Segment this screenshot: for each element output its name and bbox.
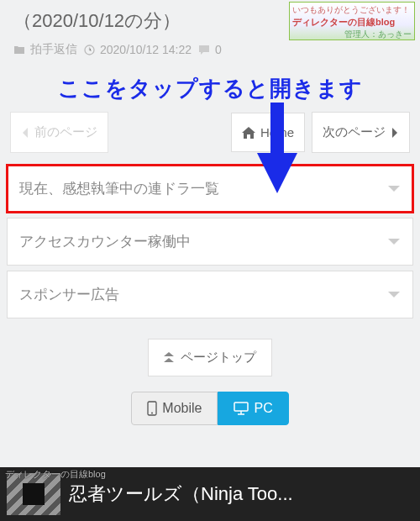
folder-icon <box>13 45 25 55</box>
comments-group: 0 <box>198 43 222 56</box>
ninja-icon <box>23 483 45 505</box>
post-meta: 拍手返信 2020/10/12 14:22 0 <box>0 39 420 66</box>
home-icon <box>242 127 255 139</box>
accordion-item-access-counter[interactable]: アクセスカウンター稼働中 <box>7 218 413 266</box>
accordion-label: 現在、感想執筆中の連ドラ一覧 <box>19 179 219 198</box>
datetime-label: 2020/10/12 14:22 <box>100 43 192 56</box>
corner-ad-line2: ディレクターの目線blog <box>292 16 412 29</box>
monitor-icon <box>234 402 249 415</box>
home-button[interactable]: Home <box>231 113 305 152</box>
svg-point-2 <box>151 413 153 414</box>
svg-rect-3 <box>234 403 248 411</box>
watermark: ディレクターの目線blog <box>5 468 106 481</box>
next-page-button[interactable]: 次のページ <box>312 112 410 153</box>
next-page-label: 次のページ <box>323 124 386 140</box>
corner-ad-line3: 管理人：あっきー <box>292 29 412 40</box>
chevron-down-icon <box>387 291 401 299</box>
prev-page-button[interactable]: 前のページ <box>10 112 108 153</box>
corner-ad-line1: いつもありがとうございます！ <box>292 4 412 16</box>
chevron-left-icon <box>21 127 29 139</box>
annotation-text: ここをタップすると開きます <box>0 66 420 103</box>
category-group: 拍手返信 <box>13 42 77 57</box>
chevron-down-icon <box>387 238 401 246</box>
mobile-mode-button[interactable]: Mobile <box>131 392 218 425</box>
chevron-down-icon <box>387 185 401 193</box>
comment-icon <box>198 45 210 55</box>
footer-ad-text: 忍者ツールズ（Ninja Too... <box>69 482 413 507</box>
chevron-right-icon <box>391 127 399 139</box>
home-label: Home <box>260 125 294 139</box>
accordion-item-drama-list[interactable]: 現在、感想執筆中の連ドラ一覧 <box>7 165 413 213</box>
datetime-group: 2020/10/12 14:22 <box>84 43 192 56</box>
prev-page-label: 前のページ <box>34 124 97 140</box>
page-top-label: ページトップ <box>181 350 256 366</box>
accordion-item-sponsor-ad[interactable]: スポンサー広告 <box>7 271 413 318</box>
page-top-area: ページトップ <box>0 324 420 388</box>
accordion-label: アクセスカウンター稼働中 <box>19 232 191 251</box>
accordion-list: 現在、感想執筆中の連ドラ一覧 アクセスカウンター稼働中 スポンサー広告 <box>0 165 420 318</box>
category-label: 拍手返信 <box>30 42 77 57</box>
mobile-mode-label: Mobile <box>162 401 202 416</box>
pc-mode-label: PC <box>254 401 272 416</box>
nav-row: 前のページ Home 次のページ <box>0 103 420 165</box>
pc-mode-button[interactable]: PC <box>218 392 288 425</box>
accordion-label: スポンサー広告 <box>19 285 119 304</box>
view-mode-bar: Mobile PC <box>0 388 420 434</box>
clock-icon <box>84 45 95 55</box>
corner-ad[interactable]: いつもありがとうございます！ ディレクターの目線blog 管理人：あっきー <box>289 2 415 40</box>
comments-count: 0 <box>215 43 222 56</box>
page-top-button[interactable]: ページトップ <box>148 339 272 376</box>
phone-icon <box>147 401 157 416</box>
double-chevron-up-icon <box>164 352 174 364</box>
